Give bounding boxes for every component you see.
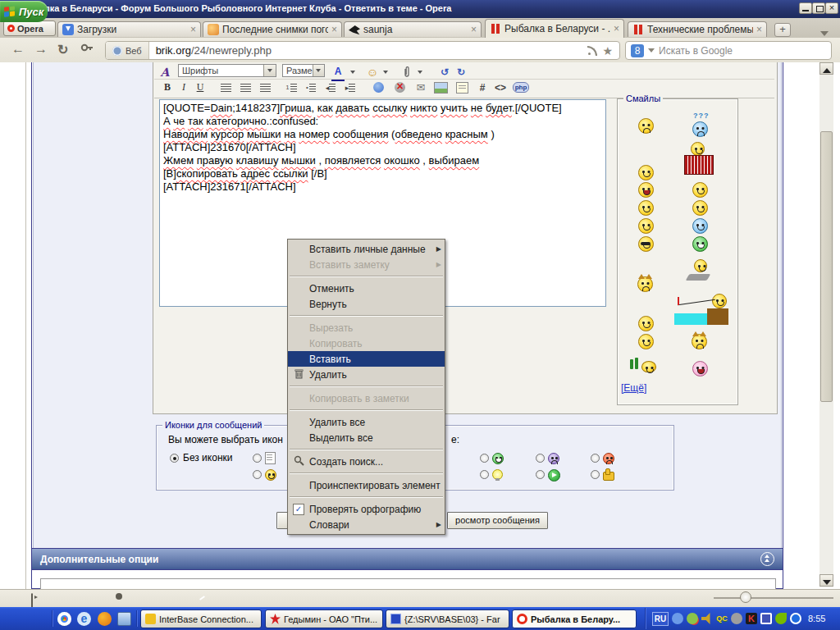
context-menu-item[interactable]: Отменить xyxy=(288,281,445,296)
vertical-scrollbar[interactable] xyxy=(819,62,833,587)
smiley-cool-icon[interactable] xyxy=(638,236,654,252)
icon-radio[interactable] xyxy=(536,470,545,479)
smiley-frown-icon[interactable] xyxy=(638,118,654,134)
align-center-icon[interactable] xyxy=(238,80,253,94)
web-badge[interactable]: Веб xyxy=(106,42,149,59)
smiley-chevron-icon[interactable] xyxy=(381,65,390,79)
quote-icon[interactable] xyxy=(454,80,469,94)
remove-link-icon[interactable] xyxy=(392,80,407,94)
icon-radio[interactable] xyxy=(253,454,262,463)
search-engine-chevron-icon[interactable] xyxy=(648,48,655,52)
kaspersky-icon[interactable]: K xyxy=(746,613,757,624)
panel-splitter[interactable] xyxy=(25,62,26,589)
size-dropdown[interactable]: Разме xyxy=(282,64,325,77)
smiley-big-smile-icon[interactable] xyxy=(638,200,654,216)
zoom-slider-knob[interactable] xyxy=(740,591,751,603)
tab-close-icon[interactable]: × xyxy=(471,25,477,34)
show-desktop-icon[interactable] xyxy=(117,612,131,626)
tab-saunja[interactable]: saunja × xyxy=(344,21,482,37)
smiley-laugh-icon[interactable] xyxy=(638,182,654,198)
scroll-up-button[interactable] xyxy=(819,62,833,75)
context-menu-item[interactable]: Выделить все xyxy=(288,430,445,445)
opera-menu-button[interactable]: Opera xyxy=(3,21,56,36)
tab-downloads[interactable]: Загрузки × xyxy=(57,21,201,37)
new-tab-button[interactable]: + xyxy=(774,23,791,37)
smiley-angry-cat-icon[interactable] xyxy=(637,276,653,292)
ie-icon[interactable]: e xyxy=(77,612,91,626)
align-right-icon[interactable] xyxy=(258,80,272,94)
outdent-icon[interactable]: ◂ xyxy=(323,80,338,94)
forward-button[interactable]: → xyxy=(34,42,48,57)
align-left-icon[interactable] xyxy=(218,80,233,94)
italic-button[interactable]: I xyxy=(177,80,190,94)
smiley-confused-blue-icon[interactable] xyxy=(692,121,708,137)
search-field[interactable]: 8 Искать в Google xyxy=(625,41,832,60)
taskbar-button-interbase[interactable]: InterBase Connection... xyxy=(140,609,262,628)
smiley-blue-smirk-icon[interactable] xyxy=(692,218,708,234)
rss-icon[interactable] xyxy=(587,46,597,56)
context-menu-item[interactable]: Проинспектировать элемент xyxy=(288,477,445,493)
color-chevron-icon[interactable] xyxy=(348,65,358,79)
attach-chevron-icon[interactable] xyxy=(415,65,425,79)
icq-icon[interactable] xyxy=(687,613,698,624)
scrollbar-thumb[interactable] xyxy=(820,131,833,402)
url-field[interactable]: Веб brik.org/24/newreply.php ★ xyxy=(105,41,620,60)
context-menu-item[interactable]: Создать поиск... xyxy=(288,454,445,469)
underline-button[interactable]: U xyxy=(194,80,207,94)
font-dropdown[interactable]: Шрифты xyxy=(178,64,276,77)
context-menu-item[interactable]: Удалить xyxy=(288,367,445,382)
taskbar-button-far[interactable]: {Z:\SRV\BASE\03} - Far xyxy=(386,609,509,628)
ordered-list-icon[interactable]: 1 xyxy=(284,80,299,94)
indent-icon[interactable]: ▸ xyxy=(343,80,358,94)
more-smilies-link[interactable]: [Ещё] xyxy=(621,382,646,394)
tab-technical-problems[interactable]: Технические проблемы... × xyxy=(628,21,767,37)
context-menu-item[interactable]: Удалить все xyxy=(288,414,445,430)
smiley-happy-icon[interactable] xyxy=(638,218,654,234)
insert-image-icon[interactable] xyxy=(433,80,448,94)
back-button[interactable]: ← xyxy=(11,42,25,57)
hash-button[interactable]: # xyxy=(476,80,489,94)
scroll-down-button[interactable] xyxy=(819,574,833,587)
insert-email-icon[interactable]: ✉ xyxy=(413,80,428,94)
insert-link-icon[interactable] xyxy=(371,80,386,94)
code-button[interactable]: <> xyxy=(492,80,509,94)
qip-icon[interactable]: QC xyxy=(716,613,728,624)
context-menu-item[interactable]: Вставить личные данные▶ xyxy=(288,241,445,257)
taskbar-button-opera[interactable]: Рыбалка в Белару... xyxy=(512,609,637,628)
smiley-accordion-icon[interactable] xyxy=(681,142,717,175)
language-indicator[interactable]: RU xyxy=(652,612,669,626)
network-icon[interactable] xyxy=(760,613,772,624)
nvidia-icon[interactable] xyxy=(775,613,787,624)
smiley-pink-laugh-icon[interactable] xyxy=(692,361,708,377)
reload-button[interactable]: ↻ xyxy=(57,42,68,57)
minimize-button[interactable] xyxy=(799,2,812,14)
undo-icon[interactable]: ↺ xyxy=(438,65,451,79)
teamviewer-icon[interactable] xyxy=(790,613,801,624)
zoom-slider-track[interactable] xyxy=(714,597,833,599)
icon-radio[interactable] xyxy=(591,454,600,463)
start-button[interactable]: Пуск xyxy=(0,1,48,22)
status-icon[interactable] xyxy=(731,613,742,624)
additional-options-header[interactable]: Дополнительные опции xyxy=(31,548,783,570)
collapse-icon[interactable] xyxy=(760,552,774,566)
smiley-fisherman-icon[interactable] xyxy=(674,294,728,326)
icon-radio[interactable] xyxy=(480,454,489,463)
smiley-drunk-icon[interactable] xyxy=(628,358,660,374)
close-button[interactable]: × xyxy=(825,2,838,14)
taskbar-button-gedymin[interactable]: Гедымин - ОАО "Пти... xyxy=(265,609,383,628)
context-menu-item[interactable]: Вставить xyxy=(288,351,445,367)
paperclip-icon[interactable] xyxy=(400,65,413,79)
smiley-wide-eyes-icon[interactable] xyxy=(692,200,708,216)
icon-radio[interactable] xyxy=(253,470,262,479)
context-menu-item[interactable]: Словари▶ xyxy=(288,517,445,532)
smiley-smile3-icon[interactable] xyxy=(638,334,654,349)
bold-button[interactable]: B xyxy=(161,80,174,94)
no-icon-radio[interactable] xyxy=(170,454,179,463)
chrome-icon[interactable] xyxy=(57,612,71,626)
wmp-icon[interactable] xyxy=(98,612,112,626)
tab-close-icon[interactable]: × xyxy=(614,25,619,33)
messenger-icon[interactable] xyxy=(672,613,683,624)
icon-radio[interactable] xyxy=(591,470,600,479)
smiley-angry-cat2-icon[interactable] xyxy=(692,334,707,349)
restore-button[interactable] xyxy=(812,2,825,14)
